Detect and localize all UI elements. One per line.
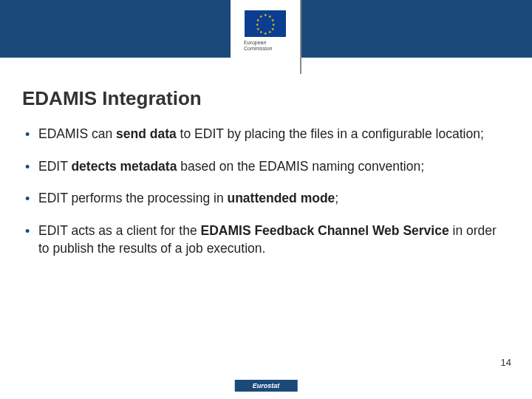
bullet-text: EDAMIS can [38,126,116,141]
eu-flag-icon: ★ ★ ★ ★ ★ ★ ★ ★ ★ ★ ★ ★ [245,10,286,37]
bullet-text: based on the EDAMIS naming convention; [177,159,424,174]
bullet-bold-text: EDAMIS Feedback Channel Web Service [201,223,449,238]
bullet-item: EDIT performs the processing in unattend… [22,190,502,208]
bullet-text: to EDIT by placing the files in a config… [177,126,484,141]
bullet-item: EDAMIS can send data to EDIT by placing … [22,126,502,143]
bullet-bold-text: detects metadata [71,159,177,174]
logo-line2: Commission [244,46,273,51]
bullet-item: EDIT acts as a client for the EDAMIS Fee… [22,222,502,257]
footer-label: Eurostat [235,380,298,392]
bullet-bold-text: unattended mode [227,191,335,205]
bullet-text: EDIT acts as a client for the [38,223,201,238]
page-number: 14 [501,357,511,368]
slide-content: EDAMIS can send data to EDIT by placing … [22,126,502,272]
ec-logo-text: European Commission [244,40,273,51]
slide: ★ ★ ★ ★ ★ ★ ★ ★ ★ ★ ★ ★ European Commiss… [0,0,532,399]
logo-line1: European [244,40,266,45]
bullet-text: ; [335,191,338,205]
bullet-text: EDIT [38,159,71,174]
bullet-list: EDAMIS can send data to EDIT by placing … [22,126,502,257]
bullet-text: EDIT performs the processing in [38,191,227,205]
slide-title: EDAMIS Integration [22,87,202,110]
bullet-bold-text: send data [116,126,177,141]
ec-logo: ★ ★ ★ ★ ★ ★ ★ ★ ★ ★ ★ ★ European Commiss… [235,10,296,51]
eu-stars-icon: ★ ★ ★ ★ ★ ★ ★ ★ ★ ★ ★ ★ [256,14,275,33]
bullet-item: EDIT detects metadata based on the EDAMI… [22,158,502,176]
